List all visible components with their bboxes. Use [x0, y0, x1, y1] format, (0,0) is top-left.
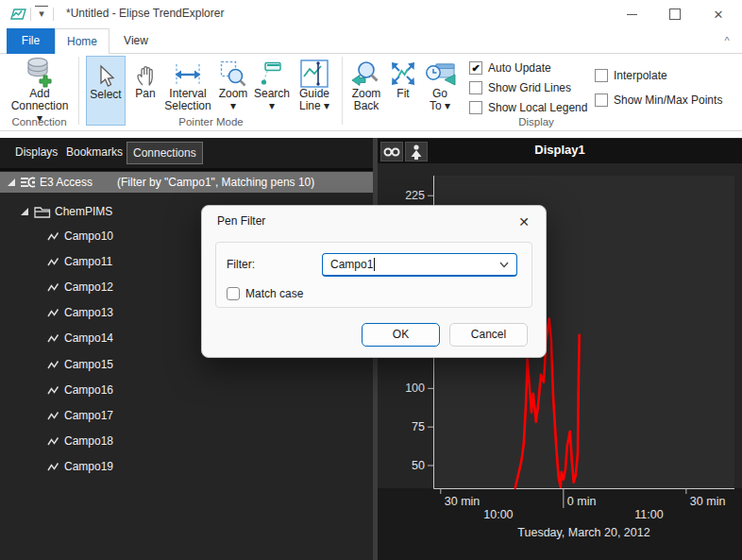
checkbox-auto-update[interactable]: ✔Auto Update [469, 61, 551, 75]
checkbox-box[interactable] [469, 101, 482, 114]
close-icon: ✕ [714, 8, 724, 22]
sidebar-tab-strip: Displays Bookmarks Connections [0, 138, 373, 168]
pen-name: Campo19 [64, 456, 113, 477]
database-add-icon [25, 56, 55, 88]
zoom-button[interactable]: Zoom ▾ [215, 56, 251, 126]
x-hour-label: 11:00 [634, 508, 663, 521]
quick-access-caret-icon[interactable]: ▾ [35, 6, 48, 21]
checkbox-label: Show Grid Lines [488, 81, 571, 94]
go-to-button[interactable]: Go To ▾ [421, 56, 459, 126]
tab-file[interactable]: File [7, 28, 55, 54]
tree-item-pen-campo19[interactable]: Campo19 [0, 456, 373, 477]
ribbon: Add Connection ▾ Connection Select Pan [0, 54, 742, 131]
checkbox-label: Auto Update [488, 61, 551, 75]
cancel-button[interactable]: Cancel [449, 323, 528, 347]
sidebar-tab-displays[interactable]: Displays [9, 142, 63, 162]
x-tick-label: 30 min [690, 495, 726, 508]
ribbon-collapse-icon[interactable]: ^ [719, 34, 734, 47]
pen-icon [47, 462, 59, 472]
x-axis-date-label: Tuesday, March 20, 2012 [517, 526, 649, 539]
go-to-icon [424, 59, 456, 88]
titlebar[interactable]: ▾ *Untitled - Elipse TrendExplorer ✕ [0, 0, 742, 28]
checkbox-box[interactable] [469, 81, 482, 94]
x-tick-label: 0 min [567, 495, 597, 508]
x-tick-label: 30 min [445, 495, 481, 508]
match-case-label: Match case [245, 287, 303, 300]
select-cursor-icon [95, 64, 116, 89]
expander-icon[interactable] [20, 207, 29, 216]
match-case-checkbox[interactable] [227, 287, 240, 300]
checkbox-interpolate[interactable]: Interpolate [595, 69, 667, 82]
checkbox-label: Show Min/Max Points [614, 93, 722, 107]
group-label-connection: Connection [0, 116, 78, 127]
chevron-down-icon[interactable] [499, 262, 509, 268]
checkbox-show-grid-lines[interactable]: Show Grid Lines [469, 81, 571, 94]
sidebar-divider [0, 168, 373, 171]
group-separator [342, 57, 343, 125]
app-icon[interactable] [8, 7, 27, 22]
ok-button[interactable]: OK [362, 323, 440, 347]
fit-button[interactable]: Fit [387, 56, 419, 126]
tree-item-pen-campo18[interactable]: Campo18 [0, 431, 373, 451]
app-window: ▾ *Untitled - Elipse TrendExplorer ✕ Fil… [0, 0, 742, 560]
zoom-dropdown-caret: ▾ [230, 100, 236, 112]
pen-name: Campo12 [64, 277, 113, 297]
guide-line-icon [300, 59, 329, 88]
guide-line-label2: Line ▾ [299, 100, 329, 112]
folder-icon [34, 206, 51, 218]
sidebar-tab-bookmarks[interactable]: Bookmarks [60, 142, 128, 162]
pen-icon [47, 282, 59, 293]
maximize-button[interactable] [653, 0, 697, 28]
group-label-pointer-mode: Pointer Mode [80, 116, 342, 127]
pan-hand-icon [134, 63, 157, 88]
dialog-close-button[interactable]: ✕ [510, 211, 538, 233]
fit-icon [388, 59, 418, 88]
zoom-icon [219, 59, 247, 88]
pen-name: Campo13 [64, 302, 113, 323]
tree-item-pen-campo16[interactable]: Campo16 [0, 380, 373, 400]
interval-label2: Selection [164, 100, 211, 112]
text-caret [374, 258, 375, 271]
close-button[interactable]: ✕ [697, 0, 740, 28]
sidebar-tab-connections[interactable]: Connections [126, 142, 203, 164]
select-label: Select [90, 89, 121, 101]
e3-icon [20, 177, 36, 188]
filter-combobox[interactable]: Campo1 [322, 253, 517, 277]
pan-button[interactable]: Pan [129, 56, 161, 126]
expander-icon[interactable] [7, 178, 16, 187]
checkbox-box[interactable]: ✔ [469, 61, 482, 75]
interval-selection-icon [172, 61, 204, 88]
checkbox-show-local-legend[interactable]: Show Local Legend [469, 101, 587, 114]
connection-filter-note: (Filter by "Campo1", Matching pens 10) [117, 172, 314, 193]
y-tick-label: 100 [405, 382, 425, 395]
pen-icon [47, 385, 59, 396]
search-button[interactable]: Search ▾ [253, 56, 291, 126]
pen-icon [47, 360, 59, 370]
filter-value: Campo1 [330, 258, 373, 271]
checkbox-show-min-max-points[interactable]: Show Min/Max Points [595, 93, 722, 107]
ribbon-tab-strip: File Home View ^ [0, 28, 742, 54]
pen-icon [47, 308, 59, 318]
y-tick-label: 50 [412, 459, 425, 472]
add-connection-button[interactable]: Add Connection ▾ [8, 56, 72, 126]
checkbox-box[interactable] [595, 69, 608, 82]
y-tick-label: 75 [412, 420, 425, 433]
tree-item-e3-access[interactable]: E3 Access (Filter by "Campo1", Matching … [0, 172, 373, 193]
interval-selection-button[interactable]: Interval Selection [162, 56, 213, 126]
zoom-back-button[interactable]: Zoom Back [346, 56, 387, 126]
pen-name: Campo15 [64, 354, 113, 375]
tab-view[interactable]: View [110, 28, 162, 54]
pen-name: Campo11 [64, 251, 112, 272]
tree-item-pen-campo17[interactable]: Campo17 [0, 405, 373, 426]
window-title: *Untitled - Elipse TrendExplorer [66, 7, 224, 20]
minimize-button[interactable] [610, 0, 653, 28]
checkbox-box[interactable] [595, 93, 608, 107]
pen-name: Campo18 [64, 431, 113, 451]
fit-label: Fit [396, 88, 409, 100]
select-button[interactable]: Select [86, 56, 126, 126]
tab-home[interactable]: Home [55, 28, 110, 54]
y-tick-label: 225 [405, 189, 425, 202]
guide-line-button[interactable]: Guide Line ▾ [293, 56, 336, 126]
go-to-label2: To ▾ [430, 100, 450, 112]
pen-icon [47, 436, 59, 447]
